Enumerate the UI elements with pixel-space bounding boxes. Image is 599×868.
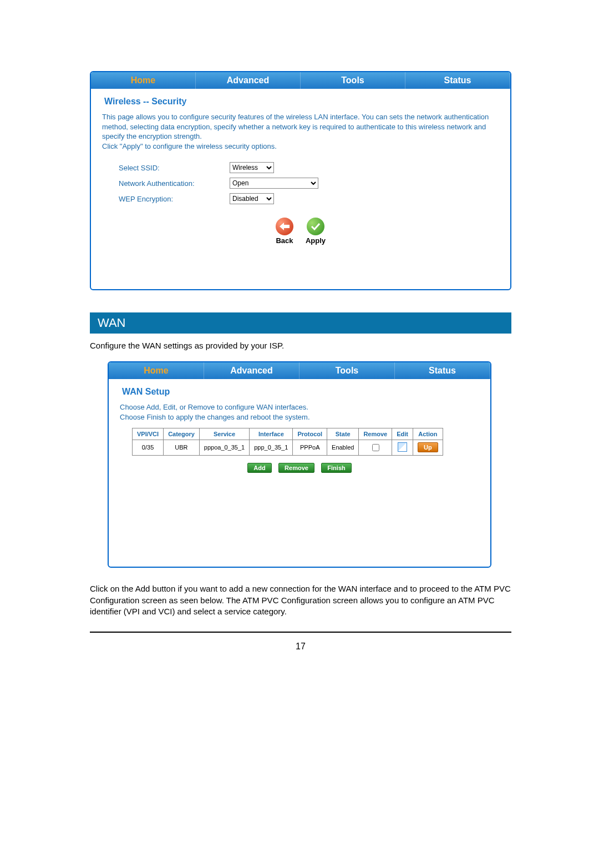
page-description: Choose Add, Edit, or Remove to configure…: [120, 402, 479, 422]
remove-checkbox[interactable]: [372, 444, 379, 451]
col-action: Action: [413, 428, 443, 440]
finish-button[interactable]: Finish: [321, 463, 351, 473]
page-title: WAN Setup: [122, 387, 479, 397]
wan-intro-text: Configure the WAN settings as provided b…: [90, 340, 511, 351]
wireless-security-panel: Home Advanced Tools Status Wireless -- S…: [90, 71, 511, 290]
footer-text: Click on the Add button if you want to a…: [90, 583, 511, 617]
back-button[interactable]: Back: [276, 218, 293, 245]
cell-state: Enabled: [327, 440, 359, 455]
col-category: Category: [164, 428, 200, 440]
back-label: Back: [276, 236, 293, 245]
table-row: 0/35 UBR pppoa_0_35_1 ppp_0_35_1 PPPoA E…: [133, 440, 443, 455]
wep-select[interactable]: Disabled: [230, 193, 274, 204]
wan-table: VPI/VCI Category Service Interface Proto…: [132, 428, 443, 456]
auth-select[interactable]: Open: [230, 178, 318, 189]
back-arrow-icon: [276, 218, 293, 235]
cell-category: UBR: [164, 440, 200, 455]
ssid-label: Select SSID:: [102, 164, 230, 172]
cell-service: pppoa_0_35_1: [199, 440, 249, 455]
cell-protocol: PPPoA: [293, 440, 327, 455]
cell-interface: ppp_0_35_1: [250, 440, 293, 455]
table-header-row: VPI/VCI Category Service Interface Proto…: [133, 428, 443, 440]
tabbar: Home Advanced Tools Status: [109, 362, 490, 379]
ssid-select[interactable]: Wireless: [230, 162, 274, 173]
wan-setup-panel: Home Advanced Tools Status WAN Setup Cho…: [108, 361, 491, 568]
col-vpivci: VPI/VCI: [133, 428, 164, 440]
check-icon: [307, 218, 324, 235]
col-edit: Edit: [392, 428, 413, 440]
page-title: Wireless -- Security: [104, 97, 499, 107]
page-number: 17: [90, 642, 511, 652]
auth-label: Network Authentication:: [102, 179, 230, 188]
tab-advanced[interactable]: Advanced: [204, 362, 300, 379]
action-up-button[interactable]: Up: [418, 442, 438, 452]
col-interface: Interface: [250, 428, 293, 440]
col-state: State: [327, 428, 359, 440]
tab-tools[interactable]: Tools: [301, 72, 405, 89]
remove-button[interactable]: Remove: [278, 463, 314, 473]
add-button[interactable]: Add: [247, 463, 271, 473]
apply-label: Apply: [306, 236, 326, 245]
cell-vpivci: 0/35: [133, 440, 164, 455]
edit-icon[interactable]: [398, 442, 407, 452]
col-service: Service: [199, 428, 249, 440]
tabbar: Home Advanced Tools Status: [91, 72, 510, 89]
tab-home[interactable]: Home: [91, 72, 196, 89]
section-heading-wan: WAN: [90, 312, 511, 334]
tab-status[interactable]: Status: [395, 362, 490, 379]
tab-tools[interactable]: Tools: [300, 362, 395, 379]
tab-advanced[interactable]: Advanced: [196, 72, 301, 89]
divider: [90, 632, 511, 633]
apply-button[interactable]: Apply: [306, 218, 326, 245]
wep-label: WEP Encryption:: [102, 195, 230, 203]
col-remove: Remove: [359, 428, 392, 440]
tab-status[interactable]: Status: [405, 72, 510, 89]
col-protocol: Protocol: [293, 428, 327, 440]
page-description: This page allows you to configure securi…: [102, 112, 499, 151]
tab-home[interactable]: Home: [109, 362, 204, 379]
